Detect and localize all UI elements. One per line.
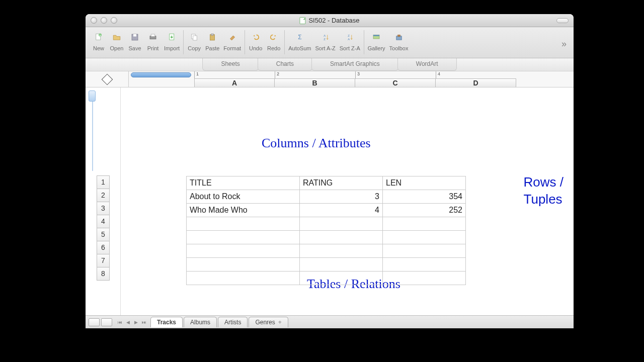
import-button[interactable]: Import: [162, 30, 182, 51]
row-header[interactable]: 3: [97, 202, 110, 215]
column-headers: A B C D: [194, 78, 574, 87]
cell[interactable]: 252: [383, 204, 466, 217]
table-row: [187, 217, 466, 231]
sheet-tab-tracks[interactable]: Tracks: [150, 317, 183, 327]
table-row: TITLE RATING LEN: [187, 176, 466, 190]
paste-button[interactable]: Paste: [203, 30, 221, 51]
cell[interactable]: [383, 244, 466, 258]
cell[interactable]: LEN: [383, 176, 466, 190]
row-header[interactable]: 7: [97, 254, 110, 267]
spreadsheet-canvas[interactable]: Columns / Attributes Rows / Tuples Table…: [121, 87, 574, 315]
view-layout-button[interactable]: [101, 318, 112, 326]
ruler-corner[interactable]: [86, 71, 129, 87]
column-header-b[interactable]: B: [275, 78, 355, 87]
ribbon-tabs: Sheets Charts SmartArt Graphics WordArt: [86, 58, 574, 71]
toolbar-overflow-button[interactable]: »: [561, 39, 570, 49]
zoom-slider[interactable]: [89, 90, 97, 171]
autosum-button[interactable]: ΣAutoSum: [286, 30, 313, 51]
titlebar-pill-button[interactable]: [556, 18, 569, 23]
svg-text:Z: Z: [348, 34, 350, 37]
row-numbers: 1 2 3 4 5 6 7 8: [97, 176, 110, 281]
cell[interactable]: [187, 258, 300, 272]
row-header[interactable]: 4: [97, 215, 110, 228]
open-button[interactable]: Open: [108, 30, 126, 51]
svg-text:A: A: [348, 38, 350, 41]
table-row: [187, 244, 466, 258]
cell[interactable]: [300, 231, 383, 244]
sheet-tab-genres[interactable]: Genres+: [249, 317, 288, 327]
cell[interactable]: [300, 258, 383, 272]
cell[interactable]: 354: [383, 190, 466, 204]
sort-za-button[interactable]: ZASort Z-A: [338, 30, 362, 51]
new-button[interactable]: +New: [90, 30, 108, 51]
row-header[interactable]: 5: [97, 228, 110, 241]
sheet-nav-arrows: ⏮ ◀ ▶ ⏭: [116, 320, 147, 325]
annotation-rows: Rows / Tuples: [524, 174, 564, 208]
sort-az-button[interactable]: AZSort A-Z: [313, 30, 337, 51]
cell[interactable]: [383, 258, 466, 272]
gallery-button[interactable]: Gallery: [366, 30, 387, 51]
print-button[interactable]: Print: [144, 30, 162, 51]
cell[interactable]: Who Made Who: [187, 204, 300, 217]
cell[interactable]: 3: [300, 190, 383, 204]
undo-button[interactable]: Undo: [247, 30, 265, 51]
row-gutter: 1 2 3 4 5 6 7 8: [86, 87, 121, 315]
save-button[interactable]: Save: [126, 30, 144, 51]
sheet-prev-button[interactable]: ◀: [124, 320, 131, 325]
cell[interactable]: [383, 217, 466, 231]
add-sheet-icon[interactable]: +: [278, 319, 282, 326]
table-row: [187, 272, 466, 285]
svg-rect-11: [211, 34, 214, 35]
ruler-ticks: 1 2 3 4: [194, 71, 574, 78]
row-header[interactable]: 6: [97, 241, 110, 254]
cell[interactable]: [300, 217, 383, 231]
copy-button[interactable]: Copy: [185, 30, 203, 51]
cell[interactable]: [300, 244, 383, 258]
sheet-first-button[interactable]: ⏮: [116, 320, 123, 325]
zoom-window-button[interactable]: [111, 17, 117, 24]
table-row: [187, 258, 466, 272]
cell[interactable]: [383, 272, 466, 285]
minimize-window-button[interactable]: [101, 17, 107, 24]
window-title: SI502 - Database: [299, 17, 359, 24]
cell[interactable]: [187, 244, 300, 258]
titlebar: SI502 - Database: [86, 14, 574, 27]
sheet-tab-albums[interactable]: Albums: [184, 317, 217, 327]
column-header-c[interactable]: C: [355, 78, 436, 87]
cell[interactable]: RATING: [300, 176, 383, 190]
close-window-button[interactable]: [91, 17, 97, 24]
row-header[interactable]: 2: [97, 189, 110, 202]
row-header[interactable]: 1: [97, 175, 110, 189]
document-icon: [299, 17, 305, 24]
svg-text:Z: Z: [324, 38, 326, 41]
ruler-row: 1 2 3 4 A B C D: [86, 71, 574, 87]
cell[interactable]: [187, 217, 300, 231]
diamond-icon: [101, 73, 113, 85]
ribbon-tab-smartart[interactable]: SmartArt Graphics: [311, 58, 398, 71]
svg-rect-18: [373, 35, 379, 36]
cell[interactable]: [300, 272, 383, 285]
row-header[interactable]: 8: [97, 267, 110, 281]
cell[interactable]: [187, 231, 300, 244]
redo-button[interactable]: Redo: [265, 30, 283, 51]
format-button[interactable]: Format: [221, 30, 243, 51]
toolbox-button[interactable]: Toolbox: [387, 30, 411, 51]
sheet-tab-artists[interactable]: Artists: [218, 317, 248, 327]
ribbon-tab-wordart[interactable]: WordArt: [397, 58, 457, 71]
sheet-next-button[interactable]: ▶: [132, 320, 139, 325]
view-normal-button[interactable]: [89, 318, 100, 326]
ribbon-tab-charts[interactable]: Charts: [258, 58, 312, 71]
ruler-tick: 1: [194, 71, 275, 78]
ribbon-tab-sheets[interactable]: Sheets: [202, 58, 258, 71]
svg-rect-20: [397, 35, 400, 37]
column-header-a[interactable]: A: [194, 78, 275, 87]
table-row: [187, 231, 466, 244]
cell[interactable]: TITLE: [187, 176, 300, 190]
cell[interactable]: 4: [300, 204, 383, 217]
cell[interactable]: [383, 231, 466, 244]
column-header-d[interactable]: D: [436, 78, 516, 87]
cell[interactable]: About to Rock: [187, 190, 300, 204]
sheet-last-button[interactable]: ⏭: [140, 320, 147, 325]
horizontal-scroll-thumb[interactable]: [131, 72, 191, 77]
cell[interactable]: [187, 272, 300, 285]
